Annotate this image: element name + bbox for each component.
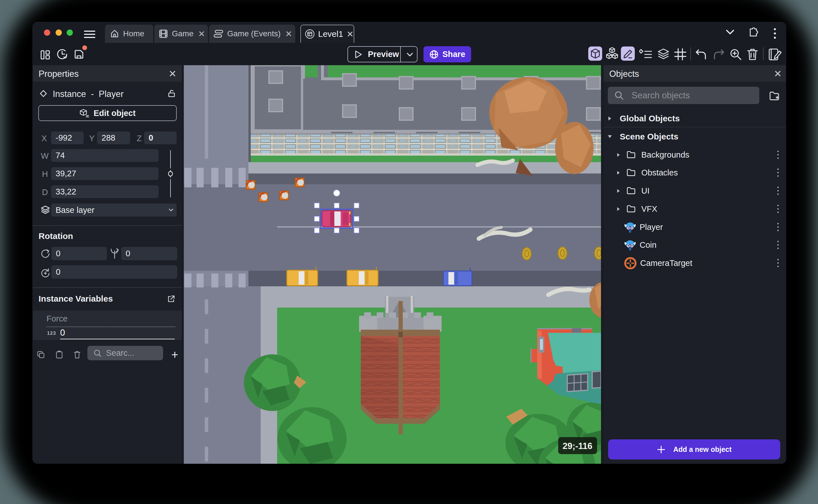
- svg-text:3D: 3D: [86, 115, 89, 118]
- svg-text:29;-116: 29;-116: [563, 441, 592, 451]
